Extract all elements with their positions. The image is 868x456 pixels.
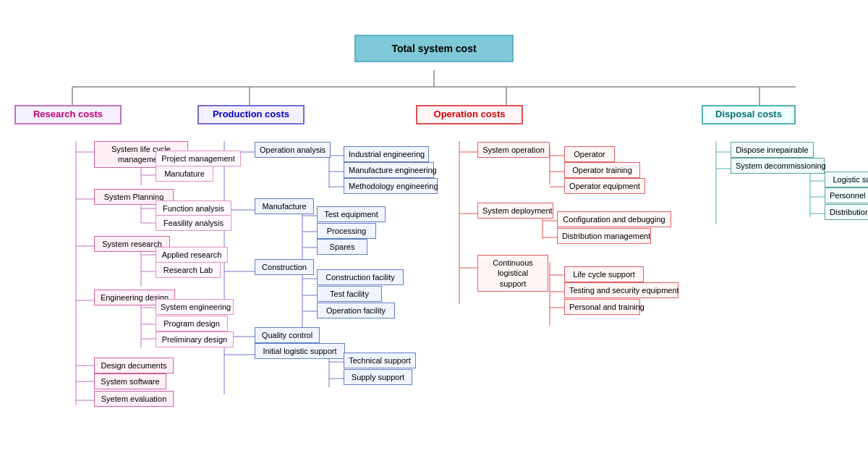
preliminary-design-node: Preliminary design: [156, 332, 234, 347]
personnel-security-equipment-node: Personnel security equipment: [825, 187, 868, 203]
continuous-logistical-support-node: Continuous logisticalsupport: [477, 255, 548, 292]
industrial-engineering-node: Industrial engineering: [344, 146, 429, 162]
configuration-debugging-node: Configuration and debugging: [557, 211, 671, 227]
system-decommissioning-node: System decommissioning: [731, 158, 825, 174]
operation-costs-node: Operation costs: [416, 105, 523, 124]
operator-training-node: Operator training: [564, 162, 640, 178]
project-management-node: Project management: [156, 151, 241, 166]
manufacture-engineering-node: Manufacture engineering: [344, 162, 434, 178]
operation-analysis-node: Operation analysis: [255, 142, 331, 158]
distribution-management-node: Distribution management: [557, 228, 651, 244]
dispose-inrepairable-node: Dispose inrepairable: [731, 142, 814, 158]
system-evaluation-node: Syetem evaluation: [94, 391, 174, 407]
function-analysis-node: Function analysis: [156, 200, 231, 216]
personal-training-node: Personal and training: [564, 299, 640, 315]
manufature-node: Manufature: [156, 166, 213, 182]
research-lab-node: Research Lab: [156, 262, 221, 278]
initial-logistic-support-node: Initial logistic support: [255, 343, 345, 359]
program-design-node: Program design: [156, 316, 228, 332]
testing-security-equipment-node: Testing and security equipment: [564, 282, 678, 298]
operator-node: Operator: [564, 146, 615, 162]
operator-equipment-node: Operator equipment: [564, 178, 645, 194]
applied-research-node: Applied research: [156, 247, 228, 263]
manufacture-node: Manufacture: [255, 198, 314, 214]
supply-support-node: Supply support: [344, 369, 412, 385]
feasility-analysis-node: Feasility analysis: [156, 215, 231, 231]
spares-node: Spares: [317, 239, 367, 255]
construction-node: Construction: [255, 259, 314, 275]
technical-support-node: Technical support: [344, 352, 416, 368]
root-node: Total system cost: [354, 35, 514, 62]
disposal-costs-node: Disposal costs: [702, 105, 796, 124]
system-engineering-node: System engineering: [156, 299, 234, 315]
construction-facility-node: Construction facility: [317, 269, 404, 285]
design-documents-node: Design decuments: [94, 358, 174, 373]
test-equipment-node: Test equipment: [317, 206, 386, 222]
production-costs-node: Production costs: [197, 105, 305, 124]
logistic-support-node: Logistic support: [825, 172, 868, 187]
system-software-node: System software: [94, 373, 166, 389]
methodology-engineering-node: Methodology engineering: [344, 178, 438, 194]
research-costs-node: Research costs: [14, 105, 122, 124]
system-operation-node: System operation: [477, 142, 550, 158]
system-deployment-node: System deployment: [477, 203, 553, 219]
distribution-handing-node: Distribution and handing: [825, 204, 868, 220]
quality-control-node: Quality control: [255, 327, 320, 343]
operation-facility-node: Operation facility: [317, 303, 395, 318]
diagram: Total system cost Research costs System …: [0, 0, 868, 456]
test-facility-node: Test facility: [317, 286, 382, 302]
processing-node: Processing: [317, 223, 376, 239]
life-cycle-support-node: Life cycle support: [564, 266, 644, 282]
